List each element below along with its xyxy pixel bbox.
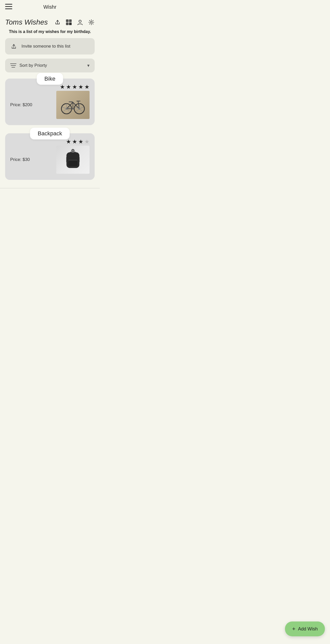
wish-stars-backpack: ★ ★ ★ ★ [66,138,90,145]
app-title: Wishr [43,4,56,10]
svg-point-15 [91,21,92,23]
svg-rect-2 [5,8,12,9]
settings-button[interactable] [88,19,95,26]
wish-image-bike [56,91,90,119]
share-button[interactable] [54,19,61,26]
sort-bar[interactable]: Sort by Priorty ▾ [5,59,95,72]
wish-name-bike: Bike [37,73,63,85]
content-divider [0,188,100,188]
svg-line-41 [79,107,84,109]
svg-rect-46 [68,160,78,167]
svg-line-40 [79,109,83,112]
wish-stars-bike: ★ ★ ★ ★ ★ [60,84,90,90]
svg-line-34 [63,109,67,112]
svg-rect-5 [67,20,68,21]
wish-price-backpack: Price: $30 [10,157,30,162]
svg-line-35 [67,109,70,112]
header: Wishr [0,0,100,14]
star-2: ★ [66,84,71,90]
svg-line-24 [67,102,73,109]
svg-line-39 [76,109,79,112]
svg-rect-13 [71,24,71,25]
svg-rect-9 [67,24,68,24]
invite-label: Invite someone to this list [21,44,70,49]
wish-name-backpack: Backpack [30,128,70,139]
profile-button[interactable] [77,19,83,26]
wish-card-bike[interactable]: Bike ★ ★ ★ ★ ★ Price: $200 [5,79,95,125]
wish-content-bike: Price: $200 [10,91,90,119]
star-5: ★ [84,84,90,90]
invite-button[interactable]: Invite someone to this list [5,38,95,54]
wish-card-body-bike: ★ ★ ★ ★ ★ Price: $200 [5,79,95,125]
star-3: ★ [78,138,83,145]
qr-button[interactable] [65,19,72,26]
sort-label: Sort by Priorty [19,63,84,68]
wish-card-body-backpack: ★ ★ ★ ★ Price: $30 [5,133,95,180]
star-1: ★ [60,84,65,90]
wish-price-bike: Price: $200 [10,102,32,107]
wish-content-backpack: Price: $30 [10,146,90,174]
svg-rect-0 [5,4,12,5]
star-4: ★ [78,84,83,90]
svg-rect-7 [70,20,71,21]
svg-rect-10 [69,23,70,24]
chevron-down-icon: ▾ [87,63,90,68]
svg-rect-12 [69,24,70,25]
star-2: ★ [72,138,77,145]
star-4: ★ [84,138,90,145]
list-description: This is a list of my wishes for my birth… [0,28,100,38]
svg-point-14 [79,20,81,23]
title-row: Toms Wishes [0,14,100,28]
svg-line-33 [62,107,67,109]
star-1: ★ [66,138,71,145]
wish-image-backpack [56,146,90,174]
svg-rect-11 [71,23,71,24]
list-name: Toms Wishes [5,18,50,26]
svg-rect-1 [5,6,12,7]
share-icon [10,43,17,50]
wish-card-backpack[interactable]: Backpack ★ ★ ★ ★ Price: $30 [5,133,95,180]
menu-button[interactable] [5,4,12,10]
sort-icon [10,63,16,68]
star-3: ★ [72,84,77,90]
